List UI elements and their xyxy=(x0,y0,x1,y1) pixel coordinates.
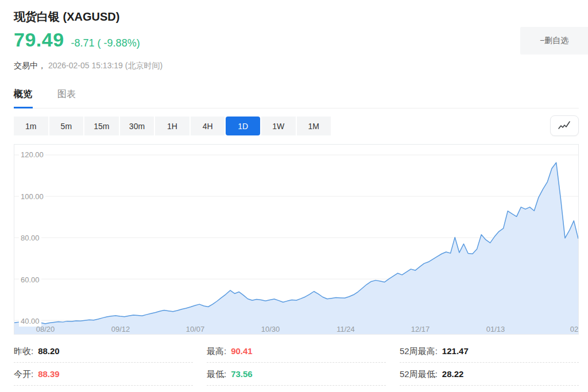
active-tab-indicator xyxy=(14,107,33,108)
y-axis-label: 100.00 xyxy=(19,192,45,202)
status-row: 交易中， 2026-02-05 15:13:19 (北京时间) xyxy=(14,61,163,71)
stats-column: 昨收:88.20 今开:88.39 xyxy=(14,340,193,386)
price-change: -8.71 ( -9.88%) xyxy=(71,37,140,49)
quote-page: 现货白银 (XAGUSD) 79.49 -8.71 ( -9.88%) 交易中，… xyxy=(0,0,588,392)
period-button-1W[interactable]: 1W xyxy=(261,117,296,135)
stats-column: 最高:90.41 最低:73.56 xyxy=(207,340,386,386)
quote-timestamp: 2026-02-05 15:13:19 (北京时间) xyxy=(48,61,163,70)
tab-overview[interactable]: 概览 xyxy=(14,88,32,108)
period-button-1m[interactable]: 1m xyxy=(14,117,48,135)
price-chart[interactable]: 40.0060.0080.00100.00120.0008/2009/1210/… xyxy=(14,144,579,335)
price-row: 79.49 -8.71 ( -9.88%) xyxy=(14,29,140,51)
quote-stats: 昨收:88.20 今开:88.39 最高:90.41 最低:73.56 52周最… xyxy=(14,340,579,386)
period-button-30m[interactable]: 30m xyxy=(120,117,154,135)
trading-status: 交易中， xyxy=(14,61,46,70)
stats-column: 52周最高:121.47 52周最低:28.22 xyxy=(400,340,579,386)
x-axis-label: 11/24 xyxy=(336,325,355,333)
stat-high: 最高:90.41 xyxy=(207,340,386,363)
stat-52w-high: 52周最高:121.47 xyxy=(400,340,579,363)
x-axis-label: 09/12 xyxy=(111,325,130,333)
tab-bar-divider xyxy=(14,108,579,108)
period-selector: 1m5m15m30m1H4H1D1W1M xyxy=(14,117,331,135)
period-button-4H[interactable]: 4H xyxy=(191,117,225,135)
stat-low: 最低:73.56 xyxy=(207,363,386,386)
remove-watchlist-button[interactable]: −删自选 xyxy=(520,27,588,55)
line-chart-icon xyxy=(558,121,571,131)
chart-style-button[interactable] xyxy=(550,115,579,136)
tab-chart[interactable]: 图表 xyxy=(57,88,76,108)
stat-52w-low: 52周最低:28.22 xyxy=(400,363,579,386)
period-button-15m[interactable]: 15m xyxy=(84,117,119,135)
y-axis-label: 80.00 xyxy=(19,233,41,243)
period-button-1D[interactable]: 1D xyxy=(226,117,260,135)
stat-prev-close: 昨收:88.20 xyxy=(14,340,193,363)
x-axis-label: 02/05 xyxy=(570,325,579,333)
y-axis-label: 60.00 xyxy=(19,275,41,285)
period-button-5m[interactable]: 5m xyxy=(49,117,84,135)
x-axis-label: 10/07 xyxy=(186,325,205,333)
x-axis-label: 08/20 xyxy=(36,325,55,333)
tab-bar: 概览 图表 xyxy=(14,88,76,108)
stat-open: 今开:88.39 xyxy=(14,363,193,386)
instrument-title: 现货白银 (XAGUSD) xyxy=(14,9,119,25)
x-axis-label: 10/30 xyxy=(261,325,280,333)
period-button-1H[interactable]: 1H xyxy=(155,117,189,135)
x-axis-label: 01/13 xyxy=(486,325,505,333)
period-button-1M[interactable]: 1M xyxy=(297,117,331,135)
x-axis-label: 12/17 xyxy=(411,325,430,333)
chart-canvas xyxy=(14,145,578,334)
last-price: 79.49 xyxy=(14,29,64,51)
y-axis-label: 120.00 xyxy=(19,150,45,160)
